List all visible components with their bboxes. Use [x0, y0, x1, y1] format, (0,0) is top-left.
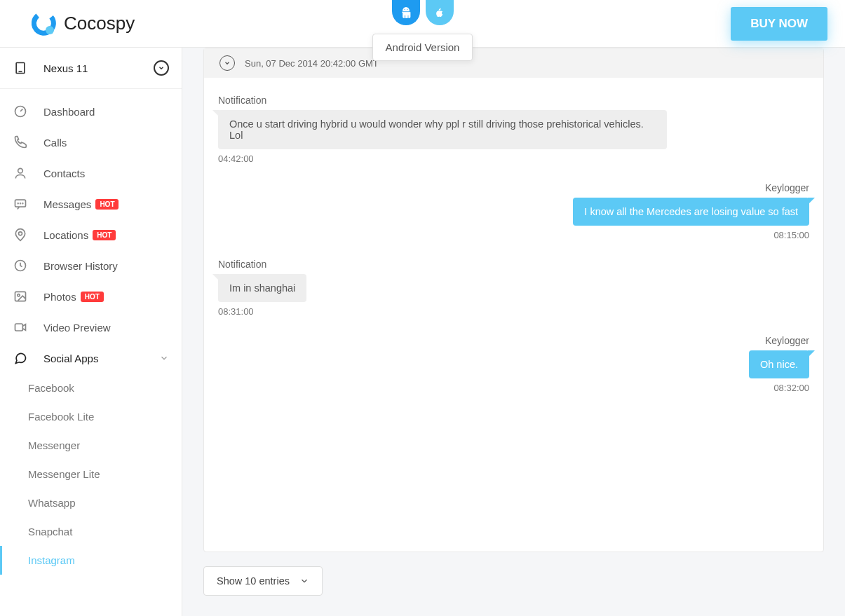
dashboard-icon: [13, 104, 28, 118]
android-icon: [400, 6, 412, 19]
nav-video-preview[interactable]: Video Preview: [0, 312, 182, 343]
svg-point-9: [18, 203, 18, 204]
message-time: 08:15:00: [773, 230, 809, 240]
message-time: 08:32:00: [773, 383, 809, 393]
show-entries-button[interactable]: Show 10 entries: [203, 566, 323, 596]
android-button[interactable]: [392, 0, 420, 25]
sender-name: Keylogger: [765, 335, 809, 346]
logo[interactable]: Cocospy: [0, 11, 135, 36]
chevron-down-icon: [299, 576, 309, 586]
message-incoming: Notification Once u start driving hybrid…: [218, 95, 809, 164]
buy-now-button[interactable]: BUY NOW: [731, 7, 827, 41]
sub-facebook-lite[interactable]: Facebook Lite: [0, 402, 182, 431]
device-name: Nexus 11: [43, 62, 154, 74]
device-selector[interactable]: Nexus 11: [0, 48, 182, 89]
apple-button[interactable]: [426, 0, 454, 25]
nav-label: Social Apps: [43, 353, 98, 364]
chat-panel: Sun, 07 Dec 2014 20:42:00 GMT Notificati…: [203, 48, 824, 552]
sub-messenger-lite[interactable]: Messenger Lite: [0, 460, 182, 488]
sub-facebook[interactable]: Facebook: [0, 374, 182, 402]
svg-rect-16: [15, 324, 23, 331]
nav-label: Dashboard: [43, 106, 95, 118]
sub-instagram[interactable]: Instagram: [0, 546, 182, 575]
social-submenu: Facebook Facebook Lite Messenger Messeng…: [0, 374, 182, 575]
message-bubble: I know all the Mercedes are losing value…: [573, 198, 809, 226]
chevron-down-icon: [219, 55, 235, 71]
messages-list: Notification Once u start driving hybrid…: [204, 78, 823, 552]
date-text: Sun, 07 Dec 2014 20:42:00 GMT: [245, 58, 379, 69]
message-incoming: Notification Im in shanghai 08:31:00: [218, 259, 809, 317]
nav-label: Messages: [43, 198, 91, 210]
sub-whatsapp[interactable]: Whatsapp: [0, 488, 182, 517]
nav-locations[interactable]: Locations HOT: [0, 219, 182, 250]
svg-point-11: [22, 203, 23, 204]
chat-icon: [13, 351, 28, 365]
nav-photos[interactable]: Photos HOT: [0, 281, 182, 312]
svg-point-10: [20, 203, 21, 204]
nav-label: Calls: [43, 137, 67, 149]
message-bubble: Im in shanghai: [218, 274, 306, 302]
svg-point-2: [404, 9, 405, 10]
svg-point-12: [19, 232, 22, 235]
message-time: 08:31:00: [218, 306, 254, 317]
message-bubble: Oh nice.: [749, 350, 809, 378]
svg-point-3: [407, 9, 407, 10]
logo-icon: [32, 11, 57, 36]
hot-badge: HOT: [95, 199, 119, 210]
sub-snapchat[interactable]: Snapchat: [0, 517, 182, 546]
chevron-down-icon: [154, 60, 169, 76]
location-icon: [13, 228, 28, 242]
chevron-down-icon: [159, 353, 169, 363]
platform-switcher: Android Version: [392, 0, 454, 25]
pager: Show 10 entries: [203, 566, 824, 596]
nav-calls[interactable]: Calls: [0, 127, 182, 158]
sidebar: Nexus 11 Dashboard Calls Contacts Messag…: [0, 48, 182, 616]
nav-label: Photos: [43, 291, 76, 303]
nav-label: Contacts: [43, 167, 85, 179]
top-header: Cocospy Android Version BUY NOW: [0, 0, 845, 48]
message-icon: [13, 197, 28, 211]
date-header: Sun, 07 Dec 2014 20:42:00 GMT: [204, 48, 823, 78]
user-icon: [13, 166, 28, 180]
svg-point-1: [46, 26, 54, 34]
nav-menu: Dashboard Calls Contacts Messages HOT Lo…: [0, 89, 182, 575]
nav-dashboard[interactable]: Dashboard: [0, 96, 182, 127]
nav-browser-history[interactable]: Browser History: [0, 250, 182, 281]
message-time: 04:42:00: [218, 153, 254, 164]
nav-label: Video Preview: [43, 322, 111, 334]
hot-badge: HOT: [81, 292, 104, 302]
tablet-icon: [13, 61, 28, 75]
message-outgoing: Keylogger I know all the Mercedes are lo…: [218, 182, 809, 240]
image-icon: [13, 289, 28, 303]
platform-tooltip: Android Version: [372, 34, 473, 61]
video-icon: [13, 320, 28, 334]
message-bubble: Once u start driving hybrid u would wond…: [218, 110, 667, 149]
sender-name: Notification: [218, 259, 266, 270]
sender-name: Notification: [218, 95, 266, 106]
message-outgoing: Keylogger Oh nice. 08:32:00: [218, 335, 809, 393]
nav-messages[interactable]: Messages HOT: [0, 189, 182, 219]
apple-icon: [433, 6, 446, 19]
nav-social-apps[interactable]: Social Apps: [0, 343, 182, 374]
nav-label: Browser History: [43, 260, 118, 272]
nav-contacts[interactable]: Contacts: [0, 158, 182, 189]
show-entries-label: Show 10 entries: [217, 575, 290, 587]
logo-text: Cocospy: [64, 13, 135, 34]
clock-icon: [13, 259, 28, 273]
sender-name: Keylogger: [765, 182, 809, 193]
nav-label: Locations: [43, 229, 88, 241]
main-content: Sun, 07 Dec 2014 20:42:00 GMT Notificati…: [182, 48, 845, 616]
phone-icon: [13, 135, 28, 149]
svg-point-7: [18, 168, 23, 173]
hot-badge: HOT: [93, 230, 116, 240]
svg-point-15: [18, 294, 20, 296]
sub-messenger[interactable]: Messenger: [0, 431, 182, 460]
